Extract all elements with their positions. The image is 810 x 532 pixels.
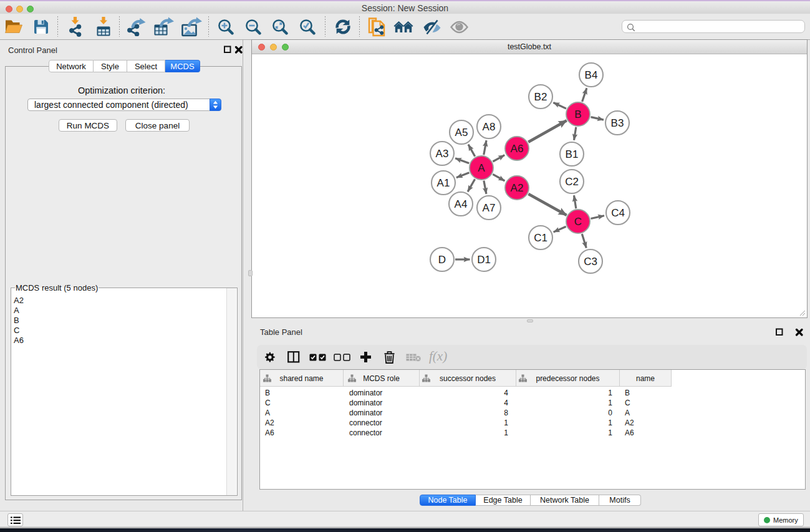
svg-text:B3: B3 <box>611 117 624 129</box>
svg-text:A2: A2 <box>511 182 524 194</box>
svg-text:B1: B1 <box>566 148 579 160</box>
svg-text:A7: A7 <box>483 202 496 214</box>
svg-text:A: A <box>478 162 485 174</box>
svg-text:C1: C1 <box>534 232 547 244</box>
svg-text:A8: A8 <box>483 121 496 133</box>
svg-text:C: C <box>574 216 582 228</box>
svg-text:C3: C3 <box>584 256 597 268</box>
svg-text:A4: A4 <box>455 198 468 210</box>
svg-text:A1: A1 <box>437 177 450 189</box>
svg-text:C2: C2 <box>565 176 579 188</box>
svg-text:A3: A3 <box>436 148 449 160</box>
svg-text:B2: B2 <box>534 91 547 103</box>
svg-text:D1: D1 <box>477 254 491 266</box>
svg-text:A6: A6 <box>511 143 524 155</box>
svg-text:B: B <box>574 109 581 120</box>
svg-text:D: D <box>438 254 446 266</box>
svg-text:B4: B4 <box>585 69 598 81</box>
svg-text:C4: C4 <box>611 207 625 219</box>
svg-text:A5: A5 <box>455 127 468 138</box>
